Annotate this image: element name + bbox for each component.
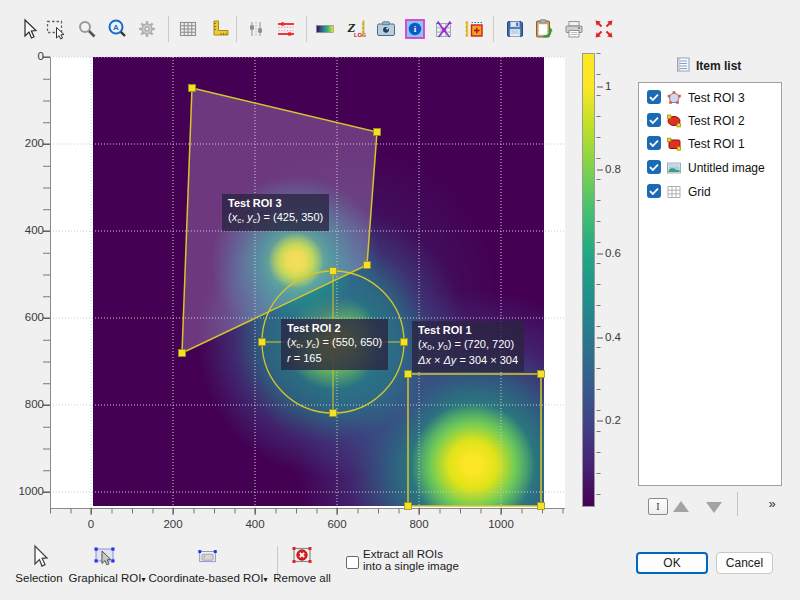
grid-icon xyxy=(176,17,200,41)
grid-toggle-button[interactable] xyxy=(176,17,200,41)
zoom-tool-button[interactable] xyxy=(75,17,99,41)
polygon-roi-icon xyxy=(666,90,682,106)
more-options-button[interactable]: » xyxy=(762,496,782,514)
pointer-icon xyxy=(17,17,41,41)
coordinate-roi-icon xyxy=(196,545,220,569)
colorbar xyxy=(582,53,595,507)
roi1-coords: (x0, y0) = (720, 720) xyxy=(418,338,514,350)
roi3-coords: (xc, yc) = (425, 350) xyxy=(228,211,323,223)
item-list-icon xyxy=(676,57,691,72)
zoom-auto-button[interactable]: A xyxy=(105,17,129,41)
zoom-auto-icon: A xyxy=(105,17,129,41)
plot-axes-and-rois xyxy=(0,45,632,545)
roi2-label: Test ROI 2 (xc, yc) = (550, 650) r = 165 xyxy=(281,319,388,370)
dropdown-arrow-icon: ▾ xyxy=(264,575,268,584)
save-button[interactable] xyxy=(503,17,527,41)
levels-button[interactable] xyxy=(244,17,268,41)
printer-icon xyxy=(562,17,586,41)
rect-select-tool-button[interactable] xyxy=(44,17,68,41)
remove-all-label: Remove all xyxy=(272,572,332,584)
coordinate-roi-label: Coordinate-based ROI▾ xyxy=(145,572,271,584)
y-tick-label: 400 xyxy=(10,224,44,236)
checkbox-checked[interactable] xyxy=(647,184,661,198)
log-scale-icon: ZLOG xyxy=(345,17,369,41)
rectangle-roi-icon xyxy=(666,136,682,152)
colormap-icon xyxy=(313,17,337,41)
extract-rois-label: Extract all ROIs into a single image xyxy=(363,549,459,572)
graphical-roi-button[interactable] xyxy=(92,543,118,573)
colorbar-tick-label: 0.6 xyxy=(605,247,635,259)
list-item-test-roi-3[interactable]: Test ROI 3 xyxy=(639,87,781,109)
range-button[interactable] xyxy=(274,17,298,41)
y-tick-label: 800 xyxy=(10,398,44,410)
selection-arrow-icon xyxy=(26,543,52,569)
grid-icon xyxy=(666,184,682,200)
svg-text:A: A xyxy=(113,23,119,32)
clipboard-icon xyxy=(532,17,556,41)
item-list[interactable]: Test ROI 3 Test ROI 2 Test ROI 1 Untitle… xyxy=(638,82,782,486)
list-item-test-roi-2[interactable]: Test ROI 2 xyxy=(639,110,781,132)
settings-button[interactable] xyxy=(135,17,159,41)
panel-separator xyxy=(737,492,738,516)
selection-label: Selection xyxy=(10,572,68,584)
extract-rois-checkbox[interactable] xyxy=(346,556,359,569)
paste-button[interactable] xyxy=(532,17,556,41)
checkbox-checked[interactable] xyxy=(647,136,661,150)
reset-zoom-button[interactable] xyxy=(592,17,616,41)
checkbox-checked[interactable] xyxy=(647,113,661,127)
move-down-button[interactable] xyxy=(706,502,722,513)
snapshot-button[interactable] xyxy=(374,17,398,41)
colorbar-ticks xyxy=(597,53,603,507)
roi-extract-button[interactable] xyxy=(462,17,486,41)
x-tick-label: 600 xyxy=(317,518,357,530)
list-item-grid[interactable]: Grid xyxy=(639,181,781,203)
list-item-label: Test ROI 3 xyxy=(688,91,745,105)
ok-button[interactable]: OK xyxy=(636,552,708,574)
expand-arrows-icon xyxy=(592,17,616,41)
list-item-test-roi-1[interactable]: Test ROI 1 xyxy=(639,133,781,155)
checkbox-checked[interactable] xyxy=(647,90,661,104)
info-button[interactable]: i xyxy=(403,17,427,41)
x-tick-label: 0 xyxy=(71,518,111,530)
roi-rectangle[interactable] xyxy=(408,374,541,506)
toolbar-separator xyxy=(493,16,494,42)
roi2-coords: (xc, yc) = (550, 650) xyxy=(287,336,382,348)
move-up-button[interactable] xyxy=(673,501,689,512)
roi3-title: Test ROI 3 xyxy=(228,197,323,211)
log-scale-button[interactable]: ZLOG xyxy=(345,17,369,41)
colorbar-tick-label: 0.2 xyxy=(605,414,635,426)
print-button[interactable] xyxy=(562,17,586,41)
x-tick-label: 800 xyxy=(399,518,439,530)
roi-grid-button[interactable] xyxy=(432,17,456,41)
item-list-title: Item list xyxy=(696,59,741,73)
cancel-button[interactable]: Cancel xyxy=(716,552,773,574)
list-item-label: Test ROI 1 xyxy=(688,137,745,151)
selection-mode-button[interactable] xyxy=(26,543,52,573)
remove-all-icon xyxy=(289,543,315,569)
colormap-button[interactable] xyxy=(313,17,337,41)
colorbar-tick-label: 0.4 xyxy=(605,331,635,343)
roi1-size: Δx × Δy = 304 × 304 xyxy=(418,354,518,366)
roi-editor-window: { "toolbar": { "icons": ["pointer","rect… xyxy=(0,0,800,600)
ruler-button[interactable] xyxy=(208,17,232,41)
colorbar-tick-label: 0.8 xyxy=(605,163,635,175)
ruler-icon xyxy=(208,17,232,41)
roi2-title: Test ROI 2 xyxy=(287,322,382,336)
roi1-title: Test ROI 1 xyxy=(418,324,518,338)
image-icon xyxy=(666,160,682,176)
x-tick-label: 200 xyxy=(153,518,193,530)
checkbox-checked[interactable] xyxy=(647,160,661,174)
remove-all-button[interactable] xyxy=(289,543,315,573)
toolbar-separator xyxy=(236,16,237,42)
save-icon xyxy=(503,17,527,41)
pointer-tool-button[interactable] xyxy=(17,17,41,41)
x-tick-label: 1000 xyxy=(481,518,521,530)
info-icon: i xyxy=(403,17,427,41)
list-item-label: Test ROI 2 xyxy=(688,114,745,128)
x-tick-label: 400 xyxy=(235,518,275,530)
list-item-untitled-image[interactable]: Untitled image xyxy=(639,157,781,179)
graphical-roi-label: Graphical ROI▾ xyxy=(66,572,148,584)
y-tick-label: 0 xyxy=(10,50,44,62)
insert-item-button[interactable]: I xyxy=(648,498,668,515)
coordinate-roi-button[interactable] xyxy=(196,545,220,573)
